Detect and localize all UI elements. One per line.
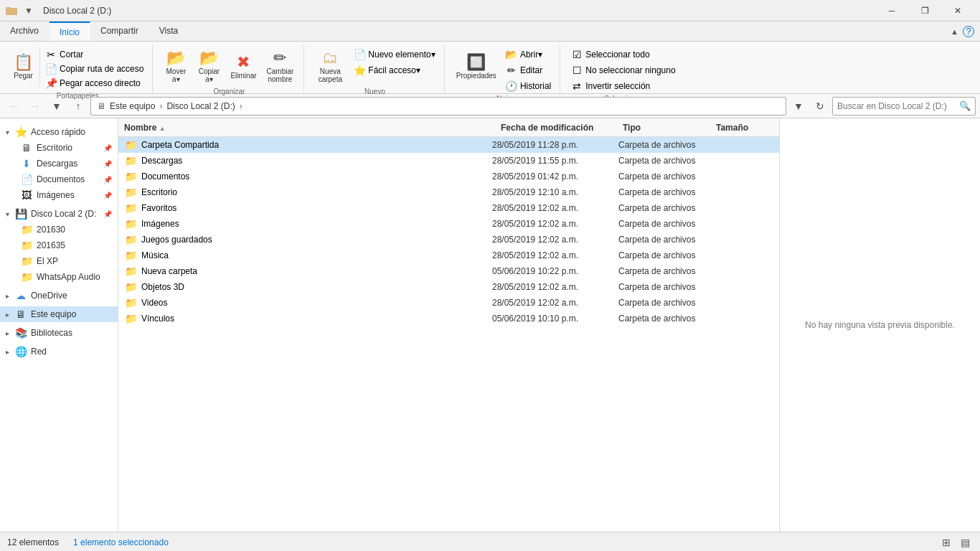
ribbon-collapse-btn[interactable]: ▲ — [951, 27, 958, 36]
invert-selection-row[interactable]: ⇄ Invertir selección — [567, 79, 678, 93]
table-row[interactable]: 📁 Documentos 28/05/2019 01:42 p.m. Carpe… — [118, 169, 779, 184]
file-type-cell: Carpeta de archivos — [618, 203, 712, 213]
abrir-items: 🔲 Propiedades 📂 Abrir▾ ✏ Editar 🕐 Histor… — [452, 46, 555, 93]
table-row[interactable]: 📁 Objetos 3D 28/05/2019 12:02 a.m. Carpe… — [118, 279, 779, 295]
address-bar[interactable]: 🖥 Este equipo › Disco Local 2 (D:) › — [90, 97, 786, 116]
file-name-text: Objetos 3D — [141, 282, 488, 292]
sidebar-whatsapp-audio[interactable]: 📁 WhatsApp Audio — [0, 269, 118, 285]
table-row[interactable]: 📁 Videos 28/05/2019 12:02 a.m. Carpeta d… — [118, 295, 779, 311]
documents-label: Documentos — [37, 174, 85, 184]
search-input[interactable] — [837, 101, 956, 111]
file-list: 📁 Carpeta Compartida 28/05/2019 11:28 p.… — [118, 137, 779, 532]
folder-icon: 📁 — [124, 155, 137, 166]
file-date-cell: 28/05/2019 12:02 a.m. — [492, 203, 614, 213]
move-to-button[interactable]: 📂 Movera▾ — [160, 47, 192, 86]
address-sep-2: › — [240, 101, 242, 111]
libraries-icon: 📚 — [14, 327, 27, 339]
table-row[interactable]: 📁 Nueva carpeta 05/06/2019 10:22 p.m. Ca… — [118, 263, 779, 279]
rename-button[interactable]: ✏ Cambiarnombre — [263, 47, 298, 86]
cut-icon: ✂ — [44, 49, 57, 60]
sidebar: ▾ ⭐ Acceso rápido 🖥 Escritorio 📌 ⬇ Desca… — [0, 118, 118, 532]
tab-vista[interactable]: Vista — [149, 22, 189, 41]
pin-icon-documents: 📌 — [103, 176, 112, 184]
help-btn[interactable]: ? — [963, 26, 974, 37]
open-row[interactable]: 📂 Abrir▾ — [502, 47, 554, 62]
paste-shortcut-row[interactable]: 📌 Pegar acceso directo — [42, 76, 146, 90]
title-bar: ▼ Disco Local 2 (D:) ─ ❐ ✕ — [0, 0, 980, 22]
sidebar-201635[interactable]: 📁 201635 — [0, 237, 118, 253]
recent-locations-button[interactable]: ▼ — [47, 97, 66, 116]
deselect-row[interactable]: ☐ No seleccionar ninguno — [567, 63, 678, 77]
quick-access-icon[interactable]: ▼ — [23, 5, 34, 17]
search-box[interactable]: 🔍 — [832, 97, 976, 116]
col-header-name[interactable]: Nombre ▲ — [124, 123, 501, 133]
breadcrumb-drive[interactable]: Disco Local 2 (D:) — [166, 101, 235, 111]
paste-button[interactable]: 📋 Pegar — [9, 47, 40, 86]
sidebar-downloads[interactable]: ⬇ Descargas 📌 — [0, 156, 118, 171]
sidebar-quick-access[interactable]: ▾ ⭐ Acceso rápido — [0, 124, 118, 140]
forward-button[interactable]: → — [26, 97, 44, 116]
restore-button[interactable]: ❐ — [908, 0, 941, 22]
sidebar-images[interactable]: 🖼 Imágenes 📌 — [0, 187, 118, 203]
table-row[interactable]: 📁 Escritorio 28/05/2019 12:10 a.m. Carpe… — [118, 184, 779, 200]
edit-row[interactable]: ✏ Editar — [502, 63, 554, 77]
this-pc-expand-icon: ▸ — [6, 311, 9, 319]
table-row[interactable]: 📁 Imágenes 28/05/2019 12:02 a.m. Carpeta… — [118, 216, 779, 232]
selected-count[interactable]: 1 elemento seleccionado — [73, 537, 169, 547]
details-view-button[interactable]: ⊞ — [938, 534, 954, 550]
file-date-cell: 28/05/2019 12:10 a.m. — [492, 187, 614, 197]
sidebar-documents[interactable]: 📄 Documentos 📌 — [0, 171, 118, 187]
history-label: Historial — [520, 81, 551, 91]
delete-button[interactable]: ✖ Eliminar — [226, 47, 260, 86]
address-dropdown-button[interactable]: ▼ — [789, 97, 808, 116]
paste-label: Pegar — [14, 72, 33, 80]
table-row[interactable]: 📁 Música 28/05/2019 12:02 a.m. Carpeta d… — [118, 248, 779, 263]
table-row[interactable]: 📁 Favoritos 28/05/2019 12:02 a.m. Carpet… — [118, 200, 779, 216]
folder-icon: 📁 — [124, 202, 137, 214]
tab-archivo[interactable]: Archivo — [0, 22, 50, 41]
file-name-cell: 📁 Escritorio — [124, 187, 488, 198]
file-type-cell: Carpeta de archivos — [618, 250, 712, 260]
file-name-text: Descargas — [141, 156, 488, 166]
sidebar-el-xp[interactable]: 📁 El XP — [0, 253, 118, 269]
minimize-button[interactable]: ─ — [875, 0, 908, 22]
tab-inicio[interactable]: Inicio — [50, 22, 90, 41]
copy-path-row[interactable]: 📄 Copiar ruta de acceso — [42, 62, 146, 76]
new-folder-button[interactable]: 🗂 Nuevacarpeta — [311, 47, 349, 86]
copy-cut-group: ✂ Cortar 📄 Copiar ruta de acceso 📌 Pegar… — [42, 47, 146, 90]
sidebar-network[interactable]: ▸ 🌐 Red — [0, 344, 118, 359]
col-header-type[interactable]: Tipo — [623, 123, 716, 133]
breadcrumb-this-pc[interactable]: Este equipo — [110, 101, 155, 111]
sidebar-201630[interactable]: 📁 201630 — [0, 222, 118, 237]
table-row[interactable]: 📁 Carpeta Compartida 28/05/2019 11:28 p.… — [118, 137, 779, 153]
edit-label: Editar — [520, 65, 542, 75]
select-all-row[interactable]: ☑ Seleccionar todo — [567, 47, 678, 62]
col-header-size[interactable]: Tamaño — [716, 123, 773, 133]
history-row[interactable]: 🕐 Historial — [502, 79, 554, 93]
properties-button[interactable]: 🔲 Propiedades — [452, 47, 501, 86]
new-item-row[interactable]: 📄 Nuevo elemento▾ — [350, 47, 438, 62]
back-button[interactable]: ← — [4, 97, 23, 116]
col-header-date[interactable]: Fecha de modificación — [501, 123, 623, 133]
tab-compartir[interactable]: Compartir — [90, 22, 149, 41]
sidebar-onedrive[interactable]: ▸ ☁ OneDrive — [0, 288, 118, 303]
copy-to-button[interactable]: 📂 Copiara▾ — [193, 47, 225, 86]
sidebar-this-pc[interactable]: ▸ 🖥 Este equipo — [0, 306, 118, 322]
table-row[interactable]: 📁 Descargas 28/05/2019 11:55 p.m. Carpet… — [118, 153, 779, 169]
table-row[interactable]: 📁 Vínculos 05/06/2019 10:10 p.m. Carpeta… — [118, 311, 779, 326]
close-button[interactable]: ✕ — [941, 0, 974, 22]
cut-row[interactable]: ✂ Cortar — [42, 47, 146, 62]
up-button[interactable]: ↑ — [69, 97, 88, 116]
file-name-cell: 📁 Descargas — [124, 155, 488, 166]
sidebar-desktop[interactable]: 🖥 Escritorio 📌 — [0, 140, 118, 156]
table-row[interactable]: 📁 Juegos guardados 28/05/2019 12:02 a.m.… — [118, 232, 779, 248]
easy-access-row[interactable]: ⭐ Fácil acceso▾ — [350, 63, 438, 77]
sidebar-libraries[interactable]: ▸ 📚 Bibliotecas — [0, 325, 118, 341]
group-portapapeles: 📋 Pegar ✂ Cortar 📄 Copiar ruta de acceso — [3, 44, 153, 93]
refresh-button[interactable]: ↻ — [811, 97, 829, 116]
file-name-cell: 📁 Favoritos — [124, 202, 488, 214]
new-subgroup: 📄 Nuevo elemento▾ ⭐ Fácil acceso▾ — [350, 47, 438, 77]
sidebar-drive[interactable]: ▾ 💾 Disco Local 2 (D: 📌 — [0, 206, 118, 222]
images-label: Imágenes — [37, 190, 75, 200]
large-icons-view-button[interactable]: ▤ — [957, 534, 973, 550]
